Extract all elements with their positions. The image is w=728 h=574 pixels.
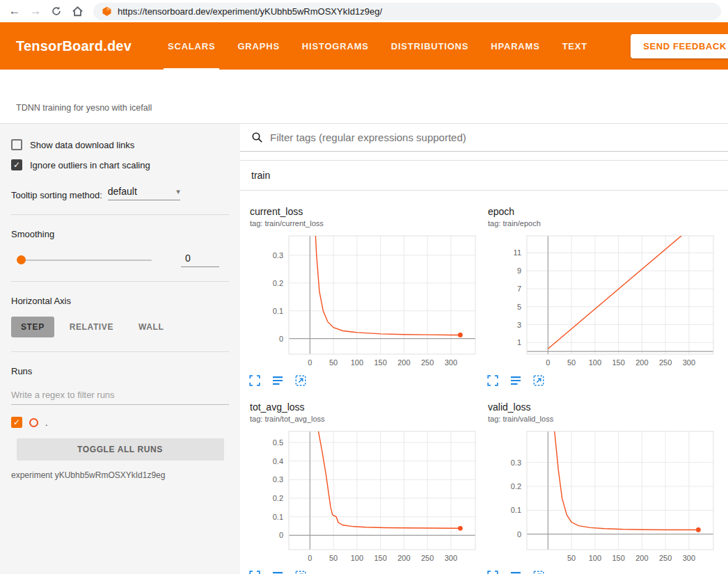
svg-text:11: 11 [514,248,521,257]
chart-title: current_loss [240,206,478,217]
svg-text:50: 50 [567,554,576,562]
svg-text:250: 250 [421,358,434,367]
svg-text:0.4: 0.4 [273,457,283,465]
home-icon[interactable] [68,2,86,20]
svg-text:1: 1 [517,338,521,346]
scalar-line-chart[interactable]: 05010015020025030000.10.20.3 [240,230,477,373]
svg-text:0.1: 0.1 [273,513,283,521]
experiment-id: experiment yKUbhb5wRmOSXYkId1z9eg [11,470,229,480]
chart-tag: tag: train/valid_loss [478,415,716,423]
tag-filter-input[interactable] [270,131,717,143]
scalar-line-chart[interactable]: 05010015020025030000.10.20.30.40.5 [240,426,477,568]
expand-icon[interactable] [487,375,498,386]
svg-text:250: 250 [421,554,434,562]
svg-text:200: 200 [635,554,648,562]
lines-icon[interactable] [510,375,521,386]
chart-title: valid_loss [478,401,716,413]
fit-domain-icon[interactable] [533,375,544,386]
chart-card: tot_avg_loss tag: train/tot_avg_loss 050… [240,401,478,574]
lines-icon[interactable] [272,571,283,574]
train-card: train current_loss tag: train/current_lo… [240,160,728,574]
expand-icon[interactable] [487,571,498,574]
chart-toolbar [478,375,716,386]
svg-text:3: 3 [517,321,521,329]
back-icon[interactable]: ← [6,2,24,20]
chart-card: current_loss tag: train/current_loss 050… [240,206,478,386]
expand-icon[interactable] [249,571,260,574]
tooltip-sorting-value: default [108,186,137,197]
svg-text:0: 0 [279,531,283,539]
checkbox-icon[interactable] [11,139,22,150]
slider-knob[interactable] [17,255,26,264]
run-name: . [45,417,48,428]
tab-distributions[interactable]: DISTRIBUTIONS [380,22,480,70]
relative-button[interactable]: RELATIVE [60,317,123,337]
charts-grid: current_loss tag: train/current_loss 050… [240,191,728,574]
svg-text:100: 100 [351,554,363,562]
expand-icon[interactable] [249,375,260,386]
chevron-down-icon: ▾ [176,187,180,196]
main-panel: train current_loss tag: train/current_lo… [240,124,728,574]
tab-scalars[interactable]: SCALARS [157,22,226,70]
reload-icon[interactable] [47,2,65,20]
svg-text:9: 9 [517,266,521,275]
show-download-links-row[interactable]: Show data download links [11,139,229,150]
svg-text:0: 0 [279,335,283,343]
wall-button[interactable]: WALL [129,317,173,337]
svg-text:200: 200 [397,554,410,562]
tag-group-title[interactable]: train [240,161,728,191]
smoothing-value[interactable]: 0 [181,253,219,267]
reload-glyph [51,6,62,17]
fit-domain-icon[interactable] [295,375,306,386]
experiment-description: TDNN training for yesno with icefall [16,103,152,113]
tab-histograms[interactable]: HISTOGRAMS [291,22,380,70]
checkbox-icon[interactable] [11,159,22,170]
run-checkbox[interactable] [11,417,22,428]
scalar-line-chart[interactable]: 0501001502002503001357911 [478,230,715,373]
lines-icon[interactable] [272,375,283,386]
toggle-all-runs-button[interactable]: TOGGLE ALL RUNS [17,438,224,461]
forward-icon[interactable]: → [26,2,45,20]
tooltip-sorting-dropdown[interactable]: default ▾ [108,186,180,200]
svg-text:200: 200 [397,358,410,367]
runs-label: Runs [11,366,229,376]
tensorboard-logo-icon [102,6,112,17]
svg-text:0.2: 0.2 [273,494,283,502]
svg-text:250: 250 [659,358,672,367]
smoothing-label: Smoothing [11,229,229,239]
content: Show data download links Ignore outliers… [0,124,728,574]
svg-text:150: 150 [374,554,386,562]
scalar-line-chart[interactable]: 5010015020025030000.10.20.3 [478,426,715,568]
run-row[interactable]: . [11,417,229,428]
tab-hparams[interactable]: HPARAMS [480,22,551,70]
ignore-outliers-row[interactable]: Ignore outliers in chart scaling [11,159,229,170]
fit-domain-icon[interactable] [533,571,544,574]
send-feedback-button[interactable]: SEND FEEDBACK [631,34,728,58]
svg-text:0.2: 0.2 [511,482,521,491]
lines-icon[interactable] [510,571,521,574]
browser-chrome: ← → https://tensorboard.dev/experiment/y… [0,0,728,22]
svg-text:0: 0 [546,358,550,367]
smoothing-slider[interactable] [18,260,152,261]
runs-filter-input[interactable] [11,385,229,405]
tooltip-sorting-label: Tooltip sorting method: [11,190,102,200]
svg-text:0.3: 0.3 [511,459,521,467]
chart-toolbar [478,571,716,574]
home-glyph [72,6,84,17]
tab-graphs[interactable]: GRAPHS [226,22,290,70]
svg-text:300: 300 [683,358,695,367]
tab-bar: SCALARS GRAPHS HISTOGRAMS DISTRIBUTIONS … [157,22,599,70]
svg-text:0: 0 [308,554,312,562]
tab-text[interactable]: TEXT [551,22,599,70]
svg-text:0.3: 0.3 [273,475,283,484]
fit-domain-icon[interactable] [295,571,306,574]
step-button[interactable]: STEP [11,317,54,337]
screen: ← → https://tensorboard.dev/experiment/y… [0,0,728,574]
svg-text:0.2: 0.2 [273,279,283,287]
address-bar[interactable]: https://tensorboard.dev/experiment/yKUbh… [93,3,721,20]
divider [11,281,229,282]
chart-tag: tag: train/current_loss [240,219,478,228]
checkbox-label: Show data download links [30,140,134,150]
sidebar: Show data download links Ignore outliers… [0,124,240,574]
svg-text:50: 50 [567,358,576,367]
